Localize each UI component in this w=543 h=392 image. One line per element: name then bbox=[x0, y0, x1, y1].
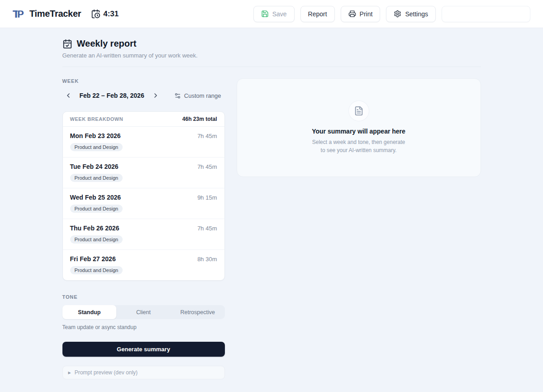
custom-range-button[interactable]: Custom range bbox=[174, 92, 221, 99]
app-logo-icon: T P bbox=[13, 8, 25, 20]
save-icon bbox=[261, 10, 269, 18]
row-duration: 7h 45m bbox=[197, 225, 217, 232]
project-tag: Product and Design bbox=[70, 205, 123, 213]
tone-caption: Team update or async standup bbox=[62, 324, 225, 330]
svg-text:P: P bbox=[17, 9, 24, 20]
main-content: Weekly report Generate an AI-written sum… bbox=[62, 28, 481, 379]
report-controls-column: WEEK Feb 22 – Feb 28, 2026 Custom range bbox=[62, 78, 225, 379]
row-date: Tue Feb 24 2026 bbox=[70, 163, 119, 170]
row-date: Wed Feb 25 2026 bbox=[70, 194, 121, 201]
chevron-left-icon bbox=[65, 92, 72, 99]
project-tag: Product and Design bbox=[70, 235, 123, 244]
breakdown-total: 46h 23m total bbox=[182, 116, 217, 122]
print-button-label: Print bbox=[360, 10, 373, 18]
header-input[interactable] bbox=[442, 6, 530, 22]
tone-tab-client[interactable]: Client bbox=[116, 305, 171, 319]
tone-section: TONE Standup Client Retrospective Team u… bbox=[62, 294, 225, 330]
print-button[interactable]: Print bbox=[341, 6, 381, 22]
project-tag: Product and Design bbox=[70, 174, 123, 182]
week-breakdown-card: WEEK BREAKDOWN 46h 23m total Mon Feb 23 … bbox=[62, 111, 225, 281]
triangle-right-icon: ▶ bbox=[68, 371, 71, 375]
week-navigator: Feb 22 – Feb 28, 2026 Custom range bbox=[62, 90, 225, 101]
calendar-clock-icon bbox=[91, 9, 100, 19]
page-title: Weekly report bbox=[77, 38, 137, 49]
empty-state-icon-wrap bbox=[349, 101, 369, 121]
row-duration: 8h 30m bbox=[197, 256, 217, 263]
row-date: Fri Feb 27 2026 bbox=[70, 255, 116, 263]
breakdown-row: Mon Feb 23 2026 7h 45m Product and Desig… bbox=[63, 127, 224, 158]
breakdown-row: Fri Feb 27 2026 8h 30m Product and Desig… bbox=[63, 250, 224, 280]
active-timer: 4:31 bbox=[91, 9, 119, 19]
header-divider bbox=[62, 67, 481, 67]
row-duration: 7h 45m bbox=[197, 163, 217, 170]
tone-segmented-control: Standup Client Retrospective bbox=[62, 305, 225, 319]
sliders-icon bbox=[174, 92, 181, 99]
report-button-label: Report bbox=[308, 10, 327, 18]
breakdown-row: Thu Feb 26 2026 7h 45m Product and Desig… bbox=[63, 219, 224, 250]
row-date: Thu Feb 26 2026 bbox=[70, 225, 119, 232]
printer-icon bbox=[348, 10, 356, 18]
page-header: Weekly report bbox=[62, 38, 481, 49]
row-duration: 9h 15m bbox=[197, 194, 217, 201]
tone-tab-retrospective[interactable]: Retrospective bbox=[171, 305, 225, 319]
next-week-button[interactable] bbox=[150, 90, 162, 101]
breakdown-row: Tue Feb 24 2026 7h 45m Product and Desig… bbox=[63, 158, 224, 188]
summary-empty-panel: Your summary will appear here Select a w… bbox=[237, 78, 481, 177]
prompt-preview-details: ▶ Prompt preview (dev only) bbox=[62, 366, 225, 379]
chevron-right-icon bbox=[152, 92, 159, 99]
project-tag: Product and Design bbox=[70, 143, 123, 151]
row-date: Mon Feb 23 2026 bbox=[70, 132, 121, 139]
top-bar: T P TimeTracker 4:31 Save Report Print bbox=[0, 0, 543, 28]
save-button-label: Save bbox=[272, 10, 287, 18]
generate-summary-button[interactable]: Generate summary bbox=[62, 342, 225, 357]
tone-tab-standup[interactable]: Standup bbox=[62, 305, 117, 319]
settings-button[interactable]: Settings bbox=[386, 6, 436, 22]
project-tag: Product and Design bbox=[70, 266, 123, 274]
summary-column: Your summary will appear here Select a w… bbox=[237, 78, 481, 379]
gear-icon bbox=[394, 10, 401, 18]
document-icon bbox=[354, 106, 364, 116]
prompt-preview-toggle[interactable]: ▶ Prompt preview (dev only) bbox=[62, 366, 225, 379]
calendar-check-icon bbox=[62, 39, 72, 49]
page-subtitle: Generate an AI-written summary of your w… bbox=[62, 52, 481, 59]
report-button[interactable]: Report bbox=[300, 6, 335, 22]
breakdown-row: Wed Feb 25 2026 9h 15m Product and Desig… bbox=[63, 188, 224, 219]
app-title: TimeTracker bbox=[29, 9, 81, 19]
row-duration: 7h 45m bbox=[197, 133, 217, 139]
week-range-label: Feb 22 – Feb 28, 2026 bbox=[80, 92, 144, 99]
timer-value: 4:31 bbox=[103, 10, 119, 19]
brand: T P TimeTracker bbox=[13, 8, 81, 20]
week-section-label: WEEK bbox=[62, 78, 225, 84]
breakdown-label: WEEK BREAKDOWN bbox=[70, 116, 124, 122]
previous-week-button[interactable] bbox=[62, 90, 74, 101]
breakdown-header: WEEK BREAKDOWN 46h 23m total bbox=[63, 112, 224, 127]
summary-empty-description: Select a week and tone, then generate to… bbox=[311, 138, 406, 154]
summary-empty-title: Your summary will appear here bbox=[312, 128, 405, 135]
tone-section-label: TONE bbox=[62, 294, 225, 300]
save-button[interactable]: Save bbox=[253, 6, 295, 22]
custom-range-label: Custom range bbox=[184, 92, 221, 99]
settings-button-label: Settings bbox=[405, 10, 428, 18]
prompt-preview-label: Prompt preview (dev only) bbox=[75, 369, 138, 376]
